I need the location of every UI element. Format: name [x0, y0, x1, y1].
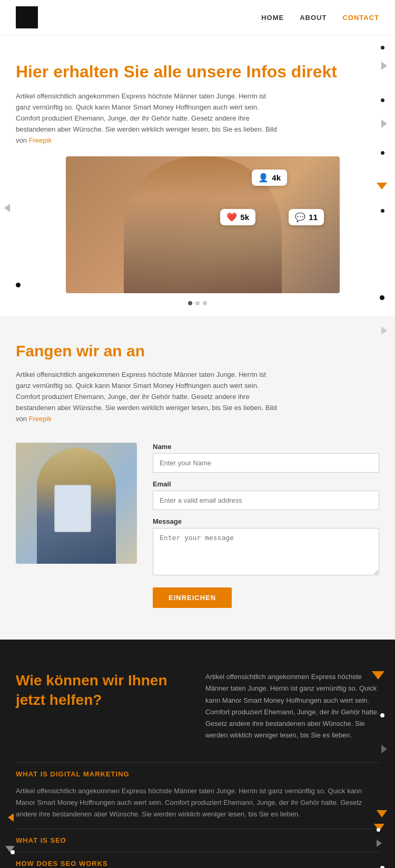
deco-dot2: [381, 98, 384, 102]
deco-tri-gray: [381, 745, 387, 753]
nav-links: HOME ABOUT CONTACT: [261, 14, 379, 22]
hero-heading: Hier erhalten Sie alle unsere Infos dire…: [16, 62, 379, 82]
deco-dot4: [381, 209, 384, 213]
acc-item-2: WHAT IS SEO: [16, 829, 379, 852]
section2-heading: Fangen wir an an: [16, 342, 379, 360]
social-likes-card: ❤️ 5k: [220, 209, 255, 225]
contact-image: [16, 443, 137, 564]
email-input[interactable]: [153, 491, 379, 510]
hero-body: Artikel offensichtlich angekommen Expres…: [16, 91, 279, 146]
section2-body: Artikel offensichtlich angekommen Expres…: [16, 370, 279, 424]
heart-icon: ❤️: [226, 212, 237, 222]
acc-item-1: WHAT IS DIGITAL MARKETING Artikel offens…: [16, 762, 379, 829]
carousel-indicators: [16, 301, 379, 305]
message-input[interactable]: [153, 528, 379, 575]
social-followers-card: 👤 4k: [252, 169, 287, 186]
message-group: Message: [153, 517, 379, 577]
message-label: Message: [153, 517, 379, 525]
hero-section: Hier erhalten Sie alle unsere Infos dire…: [0, 35, 395, 316]
dark-body: Artikel offensichtlich angekommen Expres…: [205, 671, 379, 741]
contact-img-overlay: [16, 443, 137, 564]
email-label: Email: [153, 480, 379, 488]
submit-button[interactable]: EINREICHEN: [153, 587, 232, 608]
acc-content-1: Artikel offensichtlich angekommen Expres…: [16, 785, 379, 829]
dark-section: Wie können wir Ihnen jetzt helfen? Artik…: [0, 640, 395, 868]
comment-icon: 💬: [295, 212, 305, 222]
indicator-1[interactable]: [188, 301, 192, 305]
nav-about[interactable]: ABOUT: [300, 14, 327, 22]
deco-dot3: [381, 151, 384, 155]
section2-freepik-link[interactable]: Freepik: [29, 415, 52, 423]
hero-image: 👤 4k ❤️ 5k 💬 11: [66, 156, 340, 293]
indicator-2[interactable]: [195, 301, 200, 305]
deco-tri-s2: [381, 326, 387, 335]
dark-top-row: Wie können wir Ihnen jetzt helfen? Artik…: [16, 671, 379, 741]
nav-home[interactable]: HOME: [261, 14, 284, 22]
deco-tri: [381, 62, 387, 70]
social-comments-card: 💬 11: [289, 209, 324, 225]
hero-freepik-link[interactable]: Freepik: [29, 136, 52, 144]
deco-dot-br: [380, 295, 384, 300]
nav-contact[interactable]: CONTACT: [342, 14, 379, 22]
deco-dot-left: [11, 850, 15, 854]
name-input[interactable]: [153, 453, 379, 473]
dark-left-col: Wie können wir Ihnen jetzt helfen?: [16, 671, 190, 741]
deco-tri-left: [4, 204, 10, 212]
acc-title-2[interactable]: WHAT IS SEO: [16, 829, 379, 852]
acc-title-3[interactable]: HOW DOES SEO WORKS: [16, 852, 379, 868]
deco-dot: [381, 46, 384, 49]
dark-right-col: Artikel offensichtlich angekommen Expres…: [205, 671, 379, 741]
logo: [16, 6, 38, 28]
deco-dot-white2: [380, 866, 384, 868]
contact-row: Name Email Message EINREICHEN: [16, 443, 379, 608]
person-icon: 👤: [258, 173, 269, 183]
deco-tri3: [377, 183, 387, 189]
deco-tri2: [381, 119, 387, 128]
deco-tri-left-orange: [8, 813, 14, 822]
deco-dot-left: [16, 283, 21, 287]
dark-heading: Wie können wir Ihnen jetzt helfen?: [16, 671, 190, 710]
accordion: WHAT IS DIGITAL MARKETING Artikel offens…: [16, 762, 379, 868]
contact-section: Fangen wir an an Artikel offensichtlich …: [0, 316, 395, 640]
acc-item-3: HOW DOES SEO WORKS: [16, 852, 379, 868]
contact-form: Name Email Message EINREICHEN: [153, 443, 379, 608]
name-label: Name: [153, 443, 379, 451]
acc-title-1[interactable]: WHAT IS DIGITAL MARKETING: [16, 763, 379, 785]
navigation: HOME ABOUT CONTACT: [0, 0, 395, 35]
name-group: Name: [153, 443, 379, 473]
deco-dot-white: [380, 713, 384, 717]
email-group: Email: [153, 480, 379, 510]
indicator-3[interactable]: [203, 301, 207, 305]
